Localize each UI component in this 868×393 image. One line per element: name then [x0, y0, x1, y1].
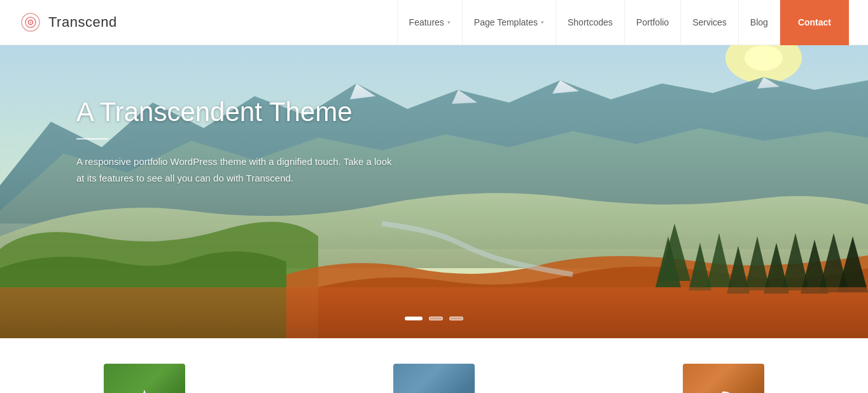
star-icon: [127, 387, 162, 393]
svg-marker-10: [129, 390, 160, 393]
hero-mountains-svg: [0, 45, 868, 338]
nav-item-services[interactable]: Services: [681, 0, 739, 45]
slider-dot-3[interactable]: [449, 317, 463, 320]
logo-area[interactable]: Transcend: [19, 11, 117, 34]
thumbnail-item-1[interactable]: [0, 364, 290, 393]
thumbnail-box-1: [104, 364, 185, 393]
nav-item-blog[interactable]: Blog: [739, 0, 780, 45]
slider-dots: [405, 317, 463, 320]
nav-item-page-templates[interactable]: Page Templates ▾: [463, 0, 556, 45]
hero-divider: [76, 138, 108, 139]
thumbnail-box-2: [393, 364, 475, 393]
hero-title: A Transcendent Theme: [76, 96, 395, 128]
slider-dot-2[interactable]: [429, 317, 443, 320]
hero-content: A Transcendent Theme A responsive portfo…: [76, 96, 395, 186]
thumbnail-item-2[interactable]: [290, 364, 579, 393]
svg-rect-9: [0, 45, 868, 338]
logo-icon: [19, 11, 42, 34]
thumbnail-item-3[interactable]: [578, 364, 868, 393]
thumbnail-box-3: [683, 364, 764, 393]
refresh-icon: [706, 387, 741, 393]
nav-item-shortcodes[interactable]: Shortcodes: [556, 0, 625, 45]
main-nav: Features ▾ Page Templates ▾ Shortcodes P…: [397, 0, 849, 45]
svg-point-3: [30, 22, 31, 23]
camera-icon: [416, 387, 452, 393]
nav-item-contact[interactable]: Contact: [780, 0, 849, 45]
chevron-down-icon: ▾: [447, 19, 451, 25]
slider-dot-1[interactable]: [405, 317, 423, 320]
hero-background: [0, 45, 868, 338]
hero-section: A Transcendent Theme A responsive portfo…: [0, 45, 868, 338]
chevron-down-icon: ▾: [541, 19, 544, 25]
nav-item-portfolio[interactable]: Portfolio: [625, 0, 681, 45]
logo-text: Transcend: [48, 14, 117, 31]
nav-item-features[interactable]: Features ▾: [397, 0, 463, 45]
header: Transcend Features ▾ Page Templates ▾ Sh…: [0, 0, 868, 45]
hero-subtitle: A responsive portfolio WordPress theme w…: [76, 154, 395, 186]
thumbnails-section: [0, 338, 868, 393]
